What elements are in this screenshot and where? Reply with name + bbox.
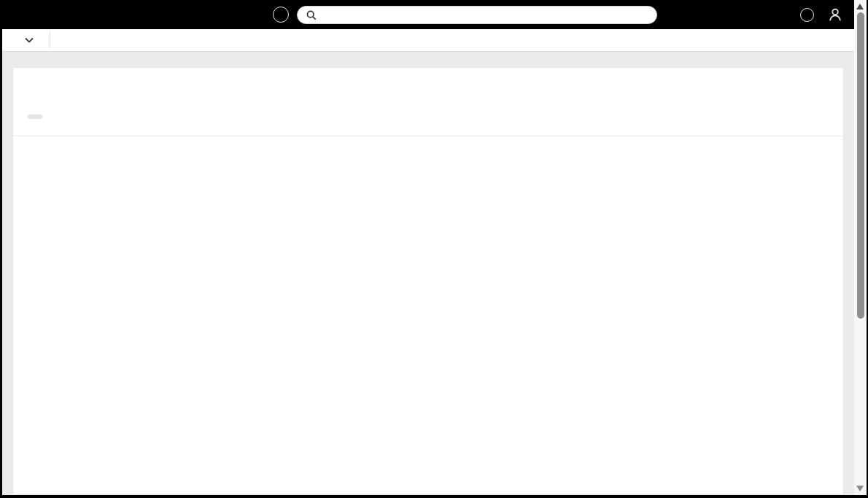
search-bar[interactable] — [297, 6, 657, 24]
add-icon[interactable] — [273, 7, 289, 23]
findings-chart — [28, 168, 829, 396]
nav-divider — [50, 32, 50, 48]
report-card — [12, 67, 844, 495]
reference-badge — [28, 114, 42, 119]
scrollbar-thumb[interactable] — [857, 12, 864, 319]
app-menu-dropdown[interactable] — [2, 29, 50, 51]
top-bar — [2, 0, 854, 29]
user-profile-icon[interactable] — [828, 7, 842, 22]
search-input[interactable] — [322, 9, 642, 20]
content-area — [2, 52, 854, 495]
help-icon[interactable] — [800, 8, 814, 22]
nav-bar — [2, 29, 854, 52]
search-icon — [306, 10, 317, 20]
divider — [13, 136, 843, 136]
chevron-down-icon — [25, 37, 34, 43]
scrollbar-up-arrow-icon[interactable] — [856, 4, 864, 9]
screen — [0, 0, 868, 498]
scrollbar-down-arrow-icon[interactable] — [856, 486, 864, 491]
vertical-scrollbar[interactable] — [854, 0, 867, 495]
